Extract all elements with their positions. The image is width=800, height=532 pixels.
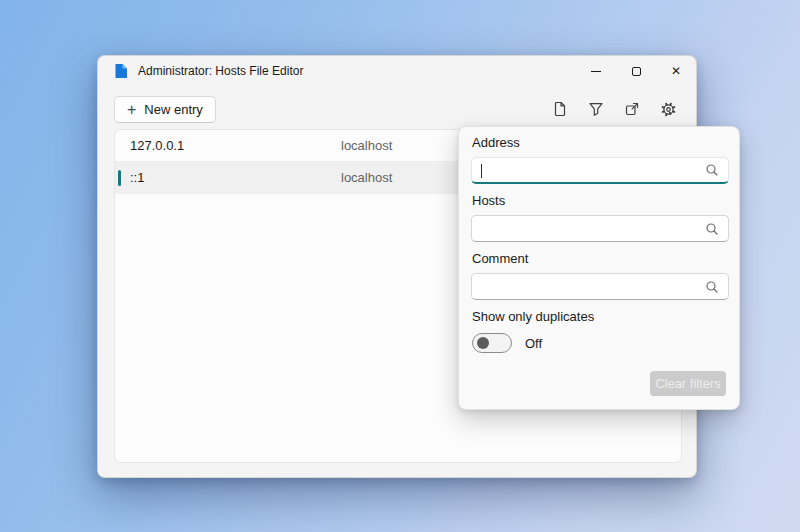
plus-icon: + <box>127 103 136 117</box>
hosts-filter-box <box>471 215 729 242</box>
address-cell: 127.0.0.1 <box>130 138 341 153</box>
minimize-icon <box>591 71 601 72</box>
selection-accent-bar <box>118 170 121 186</box>
text-caret <box>481 164 482 178</box>
hosts-filter-input[interactable] <box>472 216 705 241</box>
new-file-button[interactable] <box>546 95 574 123</box>
duplicates-toggle[interactable] <box>472 333 512 353</box>
comment-filter-box <box>471 273 729 300</box>
address-filter-label: Address <box>472 135 520 150</box>
close-icon: ✕ <box>671 64 681 78</box>
address-filter-box <box>471 157 729 184</box>
comment-filter-input[interactable] <box>472 274 705 299</box>
hosts-cell: localhost <box>341 138 392 153</box>
clear-filters-button[interactable]: Clear filters <box>650 371 726 396</box>
filter-icon <box>588 101 604 117</box>
toggle-state-label: Off <box>525 336 542 351</box>
hosts-cell: localhost <box>341 170 392 185</box>
toggle-knob <box>477 337 489 349</box>
new-file-icon <box>552 101 568 117</box>
maximize-icon <box>632 67 641 76</box>
hosts-filter-label: Hosts <box>472 193 505 208</box>
settings-gear-icon <box>660 101 677 118</box>
address-filter-input[interactable] <box>472 158 705 182</box>
new-entry-label: New entry <box>144 102 203 117</box>
settings-button[interactable] <box>654 95 682 123</box>
window-title: Administrator: Hosts File Editor <box>138 64 303 78</box>
show-only-duplicates-label: Show only duplicates <box>472 309 594 324</box>
title-bar: Administrator: Hosts File Editor ✕ <box>98 56 696 86</box>
filter-button[interactable] <box>582 95 610 123</box>
new-entry-button[interactable]: + New entry <box>114 96 216 123</box>
filter-flyout: Address Hosts Comment Show only duplicat… <box>458 126 740 410</box>
open-external-icon <box>624 101 640 117</box>
minimize-button[interactable] <box>576 56 616 86</box>
app-icon <box>114 63 128 79</box>
comment-filter-label: Comment <box>472 251 528 266</box>
address-cell: ::1 <box>130 170 341 185</box>
maximize-button[interactable] <box>616 56 656 86</box>
close-button[interactable]: ✕ <box>656 56 696 86</box>
search-icon[interactable] <box>705 222 719 236</box>
open-external-button[interactable] <box>618 95 646 123</box>
search-icon[interactable] <box>705 163 719 177</box>
search-icon[interactable] <box>705 280 719 294</box>
